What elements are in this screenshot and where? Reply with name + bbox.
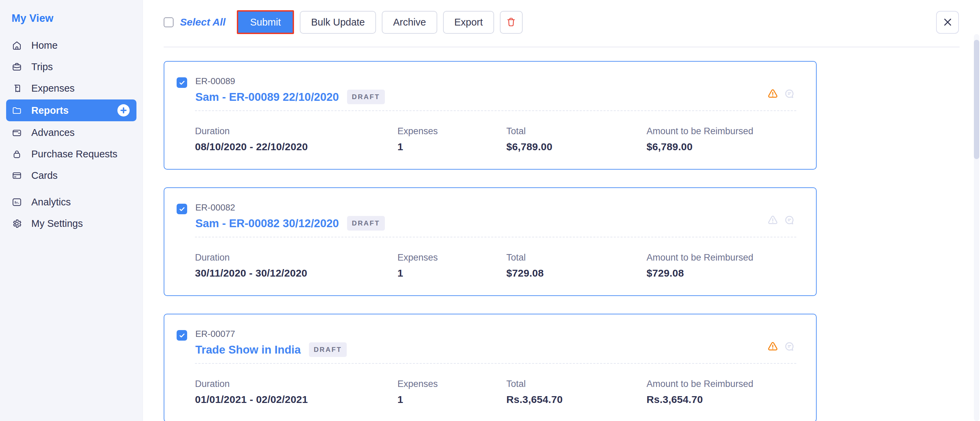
credit-card-icon <box>11 170 22 181</box>
report-number: ER-00077 <box>195 329 347 339</box>
sidebar-item-label: Purchase Requests <box>31 148 118 160</box>
sidebar-title: My View <box>11 12 143 24</box>
field-label: Duration <box>195 126 398 137</box>
expenses-field: Expenses1 <box>398 379 506 405</box>
sidebar-item-label: Home <box>31 40 57 51</box>
duration-field: Duration30/11/2020 - 30/12/2020 <box>195 252 398 279</box>
field-value: 1 <box>398 267 506 279</box>
field-label: Amount to be Reimbursed <box>646 126 816 137</box>
field-value: 08/10/2020 - 22/10/2020 <box>195 141 398 153</box>
scrollbar-thumb[interactable] <box>974 40 979 159</box>
field-value: Rs.3,654.70 <box>506 394 646 405</box>
field-value: 30/11/2020 - 30/12/2020 <box>195 267 398 279</box>
export-button[interactable]: Export <box>443 11 494 34</box>
status-badge: DRAFT <box>309 342 347 357</box>
report-title-link[interactable]: Sam - ER-00082 30/12/2020 <box>195 217 339 230</box>
report-checkbox[interactable] <box>177 204 187 214</box>
field-value: $729.08 <box>646 267 816 279</box>
duration-field: Duration01/01/2021 - 02/02/2021 <box>195 379 398 405</box>
field-value: 1 <box>398 394 506 405</box>
report-card[interactable]: ER-00082Sam - ER-00082 30/12/2020DRAFTDu… <box>164 187 817 296</box>
delete-button[interactable] <box>500 11 523 34</box>
home-icon <box>11 40 22 51</box>
card-header: ER-00082Sam - ER-00082 30/12/2020DRAFT <box>164 188 816 231</box>
field-label: Duration <box>195 252 398 263</box>
sidebar-item-label: Analytics <box>31 196 71 208</box>
sidebar-item-label: Trips <box>31 61 53 73</box>
total-field: Total$729.08 <box>506 252 646 279</box>
report-number: ER-00089 <box>195 76 385 86</box>
field-label: Expenses <box>398 126 506 137</box>
field-label: Total <box>506 126 646 137</box>
sidebar-item-label: Expenses <box>31 83 75 94</box>
field-label: Duration <box>195 379 398 389</box>
report-number: ER-00082 <box>195 203 385 213</box>
sidebar-item-trips[interactable]: Trips <box>0 56 143 77</box>
main-content: Select All Submit Bulk Update Archive Ex… <box>143 0 980 421</box>
sidebar-item-my-settings[interactable]: My Settings <box>0 213 143 234</box>
warning-icon <box>767 340 779 352</box>
sidebar-item-label: My Settings <box>31 218 83 229</box>
comment-icon[interactable] <box>783 214 795 226</box>
sidebar-item-analytics[interactable]: Analytics <box>0 191 143 212</box>
reimbursed-field: Amount to be Reimbursed$729.08 <box>646 252 816 279</box>
sidebar-item-advances[interactable]: Advances <box>0 122 143 143</box>
submit-button[interactable]: Submit <box>237 10 294 34</box>
field-value: $6,789.00 <box>646 141 816 153</box>
comment-icon[interactable] <box>783 88 795 100</box>
report-title-link[interactable]: Trade Show in India <box>195 343 301 356</box>
report-title-link[interactable]: Sam - ER-00089 22/10/2020 <box>195 91 339 104</box>
field-value: 1 <box>398 141 506 153</box>
report-checkbox[interactable] <box>177 330 187 341</box>
sidebar-item-home[interactable]: Home <box>0 35 143 56</box>
close-button[interactable] <box>936 11 959 34</box>
trash-icon <box>505 16 517 28</box>
folder-icon <box>11 105 22 116</box>
sidebar-item-label: Reports <box>31 105 69 116</box>
card-fields: Duration30/11/2020 - 30/12/2020Expenses1… <box>164 238 816 295</box>
gear-icon <box>11 218 22 229</box>
field-label: Expenses <box>398 252 506 263</box>
receipt-icon <box>11 83 22 94</box>
add-report-button[interactable] <box>116 103 131 118</box>
close-icon <box>942 16 954 28</box>
sidebar-item-purchase-requests[interactable]: Purchase Requests <box>0 144 143 164</box>
field-label: Amount to be Reimbursed <box>646 379 816 389</box>
archive-button[interactable]: Archive <box>382 11 437 34</box>
sidebar-item-cards[interactable]: Cards <box>0 165 143 186</box>
card-header: ER-00077Trade Show in IndiaDRAFT <box>164 314 816 357</box>
toolbar-divider <box>164 47 959 47</box>
warning-icon <box>767 88 779 100</box>
duration-field: Duration08/10/2020 - 22/10/2020 <box>195 126 398 153</box>
report-card[interactable]: ER-00077Trade Show in IndiaDRAFTDuration… <box>164 314 817 421</box>
bar-chart-icon <box>11 197 22 207</box>
comment-icon[interactable] <box>783 340 795 352</box>
select-all-checkbox[interactable] <box>164 18 173 27</box>
sidebar-item-expenses[interactable]: Expenses <box>0 78 143 99</box>
bulk-update-button[interactable]: Bulk Update <box>300 11 376 34</box>
select-all-label: Select All <box>180 16 226 28</box>
card-fields: Duration08/10/2020 - 22/10/2020Expenses1… <box>164 111 816 169</box>
field-label: Expenses <box>398 379 506 389</box>
report-list: ER-00089Sam - ER-00089 22/10/2020DRAFTDu… <box>164 61 959 421</box>
sidebar-nav: HomeTripsExpensesReportsAdvancesPurchase… <box>0 35 143 234</box>
field-value: 01/01/2021 - 02/02/2021 <box>195 394 398 405</box>
select-all[interactable]: Select All <box>164 16 226 28</box>
status-badge: DRAFT <box>347 216 385 231</box>
toolbar: Select All Submit Bulk Update Archive Ex… <box>143 0 980 34</box>
card-header: ER-00089Sam - ER-00089 22/10/2020DRAFT <box>164 62 816 104</box>
warning-icon <box>767 214 779 226</box>
report-checkbox[interactable] <box>177 77 187 88</box>
field-label: Total <box>506 379 646 389</box>
lock-icon <box>11 149 22 159</box>
field-label: Total <box>506 252 646 263</box>
expenses-field: Expenses1 <box>398 252 506 279</box>
total-field: TotalRs.3,654.70 <box>506 379 646 405</box>
sidebar-item-label: Advances <box>31 127 75 138</box>
report-card[interactable]: ER-00089Sam - ER-00089 22/10/2020DRAFTDu… <box>164 61 817 170</box>
total-field: Total$6,789.00 <box>506 126 646 153</box>
briefcase-icon <box>11 62 22 72</box>
field-value: $729.08 <box>506 267 646 279</box>
status-badge: DRAFT <box>347 89 385 104</box>
sidebar-item-reports[interactable]: Reports <box>6 99 137 121</box>
